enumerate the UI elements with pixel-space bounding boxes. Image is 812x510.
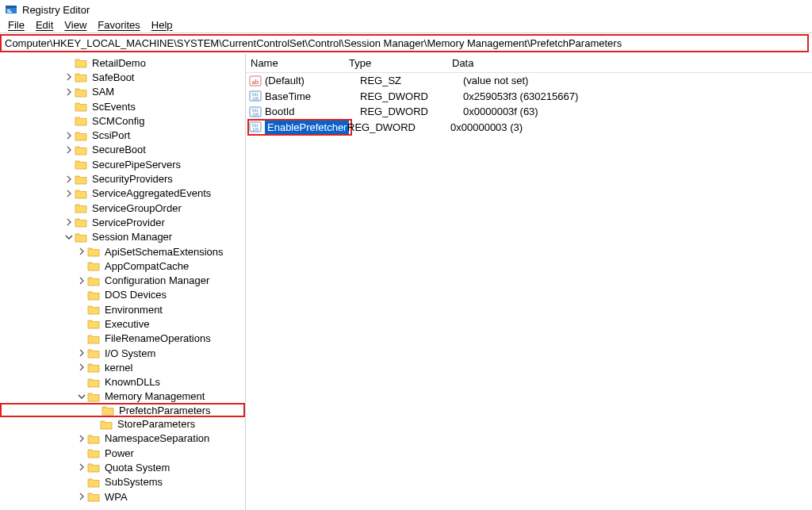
tree-item[interactable]: ServiceProvider [0, 215, 245, 229]
title-bar: Registry Editor [0, 0, 812, 17]
value-data: 0x0000003f (63) [463, 105, 812, 117]
value-type: REG_SZ [360, 75, 463, 86]
tree-item[interactable]: Power [0, 446, 245, 460]
tree-item[interactable]: WPA [0, 489, 245, 504]
col-name-header[interactable]: Name [246, 57, 349, 69]
collapse-icon[interactable] [76, 393, 87, 401]
value-row[interactable]: 011110BootIdREG_DWORD0x0000003f (63) [246, 104, 812, 120]
tree-item[interactable]: NamespaceSeparation [0, 431, 245, 446]
tree-item-label: ScEvents [90, 101, 137, 113]
tree-item[interactable]: ScEvents [0, 99, 245, 113]
expand-icon[interactable] [63, 175, 75, 183]
tree-item[interactable]: SafeBoot [0, 70, 245, 84]
expand-icon[interactable] [63, 73, 75, 81]
value-row[interactable]: 011110EnablePrefetcherREG_DWORD0x0000000… [246, 120, 812, 136]
tree-item-label: Executive [103, 318, 151, 330]
folder-icon [75, 101, 87, 112]
folder-icon [87, 275, 100, 286]
tree-item[interactable]: Session Manager [0, 230, 245, 244]
expand-icon[interactable] [63, 132, 75, 140]
menu-help[interactable]: Help [147, 17, 178, 33]
expand-icon[interactable] [76, 463, 87, 471]
tree-item[interactable]: I/O System [0, 346, 245, 360]
expand-icon[interactable] [76, 493, 87, 500]
tree-item[interactable]: Quota System [0, 460, 245, 474]
menu-favorites[interactable]: Favorites [93, 17, 144, 33]
expand-icon[interactable] [76, 435, 87, 443]
tree-item[interactable]: RetailDemo [0, 56, 245, 70]
tree-item-label: PrefetchParameters [117, 405, 213, 416]
expand-icon[interactable] [76, 363, 87, 371]
tree-item[interactable]: AppCompatCache [0, 259, 245, 273]
binary-value-icon: 011110 [249, 121, 262, 133]
tree-item[interactable]: SecurityProviders [0, 171, 245, 186]
tree-item[interactable]: Memory Management [0, 389, 245, 404]
menu-edit[interactable]: Edit [31, 17, 58, 33]
tree-item[interactable]: kernel [0, 360, 245, 374]
value-row[interactable]: ab(Default)REG_SZ(value not set) [246, 73, 812, 89]
tree-item[interactable]: ApiSetSchemaExtensions [0, 244, 245, 259]
tree-item[interactable]: ScsiPort [0, 128, 245, 142]
tree-item[interactable]: KnownDLLs [0, 375, 245, 389]
folder-icon [75, 232, 87, 243]
expand-icon[interactable] [76, 247, 87, 255]
tree-item[interactable]: Configuration Manager [0, 273, 245, 287]
expand-icon[interactable] [63, 218, 75, 226]
value-name: BootId [265, 105, 360, 117]
tree-item-label: I/O System [103, 347, 157, 359]
folder-icon [75, 144, 87, 155]
tree-item[interactable]: PrefetchParameters [0, 403, 245, 417]
tree-item[interactable]: SAM [0, 85, 245, 99]
expand-icon[interactable] [63, 190, 75, 197]
tree-item[interactable]: DOS Devices [0, 288, 245, 302]
tree-item-label: Configuration Manager [103, 274, 211, 286]
menu-file[interactable]: File [3, 17, 29, 33]
collapse-icon[interactable] [63, 233, 75, 241]
expand-icon[interactable] [63, 88, 75, 96]
value-type: REG_DWORD [347, 121, 450, 133]
value-data: 0x259053f3 (630215667) [463, 90, 812, 102]
tree-item-label: SafeBoot [90, 71, 136, 83]
folder-icon [87, 391, 100, 402]
folder-icon [87, 318, 100, 329]
col-type-header[interactable]: Type [349, 57, 452, 69]
svg-text:110: 110 [252, 96, 259, 101]
svg-text:110: 110 [252, 112, 259, 117]
folder-icon [87, 362, 100, 373]
tree-item[interactable]: StoreParameters [0, 416, 245, 431]
tree-item[interactable]: SCMConfig [0, 113, 245, 128]
tree-item[interactable]: ServiceAggregatedEvents [0, 186, 245, 201]
tree-item-label: Power [103, 447, 136, 459]
tree-item-label: ServiceAggregatedEvents [90, 187, 213, 199]
tree-pane[interactable]: RetailDemoSafeBootSAMScEventsSCMConfigSc… [0, 54, 246, 510]
tree-item-label: DOS Devices [103, 289, 168, 301]
value-data: 0x00000003 (3) [450, 121, 812, 133]
folder-icon [75, 115, 87, 126]
tree-item-label: Memory Management [103, 390, 206, 402]
col-data-header[interactable]: Data [452, 57, 812, 69]
tree-item[interactable]: SubSystems [0, 475, 245, 489]
tree-item-label: Quota System [103, 462, 171, 474]
expand-icon[interactable] [63, 146, 75, 154]
address-bar[interactable]: Computer\HKEY_LOCAL_MACHINE\SYSTEM\Curre… [0, 34, 809, 52]
list-header[interactable]: Name Type Data [246, 54, 812, 73]
folder-icon [87, 447, 100, 458]
expand-icon[interactable] [76, 349, 87, 357]
menu-view[interactable]: View [59, 17, 91, 33]
folder-icon [75, 217, 87, 228]
tree-item[interactable]: Environment [0, 302, 245, 316]
expand-icon[interactable] [76, 277, 87, 285]
tree-item-label: SecurePipeServers [90, 159, 182, 171]
value-row[interactable]: 011110BaseTimeREG_DWORD0x259053f3 (63021… [246, 89, 812, 105]
tree-item[interactable]: FileRenameOperations [0, 332, 245, 346]
tree-item-label: SubSystems [103, 476, 164, 488]
tree-item[interactable]: SecureBoot [0, 143, 245, 157]
folder-icon [75, 188, 87, 199]
tree-item[interactable]: Executive [0, 316, 245, 331]
value-list-pane[interactable]: Name Type Data ab(Default)REG_SZ(value n… [246, 54, 812, 510]
folder-icon [87, 491, 100, 502]
value-name: EnablePrefetcher [265, 121, 349, 134]
folder-icon [75, 159, 87, 170]
tree-item[interactable]: SecurePipeServers [0, 157, 245, 171]
tree-item[interactable]: ServiceGroupOrder [0, 201, 245, 215]
